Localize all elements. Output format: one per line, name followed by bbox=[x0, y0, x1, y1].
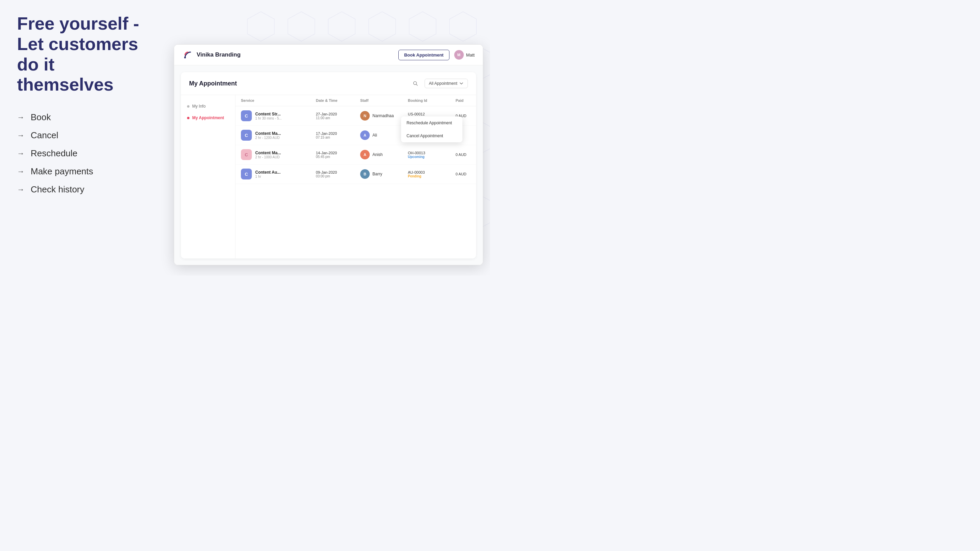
sidebar-item-my-appointment[interactable]: My Appointment bbox=[181, 112, 235, 124]
feature-label: Book bbox=[31, 112, 51, 122]
service-info-row2: Content Ma... 2 hr - 1200 AUD bbox=[255, 131, 281, 140]
reschedule-appointment-item[interactable]: Reschedule Appointment bbox=[401, 116, 462, 129]
service-name-row2: Content Ma... bbox=[255, 131, 281, 136]
staff-name-row3: Anish bbox=[372, 152, 383, 157]
feature-item-book: →Book bbox=[17, 112, 153, 122]
th-datetime: Date & Time bbox=[316, 98, 360, 103]
chevron-down-icon bbox=[459, 81, 463, 86]
feature-label: Reschedule bbox=[31, 148, 77, 159]
time-row3: 05:45 pm bbox=[316, 155, 360, 159]
feature-item-payments: →Make payments bbox=[17, 166, 153, 177]
sidebar-label-my-info: My Info bbox=[192, 104, 205, 109]
staff-name-row4: Barry bbox=[372, 171, 382, 176]
appointments-table: Service Date & Time Staff Booking Id Pai… bbox=[235, 95, 476, 259]
service-icon-row1: C bbox=[241, 110, 252, 121]
table-row: C Content Au... 1 hr 09-Jan-2020 03:00 p… bbox=[235, 165, 476, 184]
booking-status-row4: Pending bbox=[408, 175, 456, 178]
arrow-icon: → bbox=[17, 113, 24, 122]
top-nav: Vinika Branding Book Appointment M Matt bbox=[174, 44, 483, 65]
service-name-row4: Content Au... bbox=[255, 170, 280, 175]
date-main-row4: 09-Jan-2020 bbox=[316, 170, 360, 175]
staff-avatar-barry: B bbox=[360, 169, 370, 179]
service-cell-row2: C Content Ma... 2 hr - 1200 AUD bbox=[241, 130, 316, 141]
sidebar-dot-my-info bbox=[187, 105, 189, 108]
feature-label: Check history bbox=[31, 184, 84, 195]
service-name-row3: Content Ma... bbox=[255, 151, 281, 155]
card-header: My Appointment All Appointment bbox=[181, 72, 476, 95]
card-title: My Appointment bbox=[189, 80, 237, 87]
th-paid: Paid bbox=[456, 98, 476, 103]
user-avatar: M bbox=[454, 50, 464, 60]
feature-label: Cancel bbox=[31, 130, 58, 141]
service-cell-row1: C Content Str... 1 hr 30 mins - 5... bbox=[241, 110, 316, 121]
content-layout: My Info My Appointment Service Date & Ti… bbox=[181, 95, 476, 259]
staff-avatar-anish: A bbox=[360, 150, 370, 159]
arrow-icon: → bbox=[17, 167, 24, 176]
service-detail-row4: 1 hr bbox=[255, 175, 280, 178]
date-cell-row1: 27-Jan-2020 11:00 am bbox=[316, 112, 360, 120]
service-info-row4: Content Au... 1 hr bbox=[255, 170, 280, 178]
staff-name-row1: Narmadhaa bbox=[372, 113, 394, 118]
time-row1: 11:00 am bbox=[316, 116, 360, 120]
service-detail-row3: 2 hr - 1000 AUD bbox=[255, 155, 281, 159]
feature-item-cancel: →Cancel bbox=[17, 130, 153, 141]
th-booking-id: Booking Id bbox=[408, 98, 456, 103]
booking-id-row4: AU-00003 bbox=[408, 170, 456, 175]
sidebar-dot-my-appointment bbox=[187, 117, 189, 119]
service-detail-row1: 1 hr 30 mins - 5... bbox=[255, 116, 282, 120]
date-main-row3: 14-Jan-2020 bbox=[316, 151, 360, 155]
staff-avatar-narmadhaa: N bbox=[360, 111, 370, 121]
staff-avatar-ali: A bbox=[360, 130, 370, 140]
arrow-icon: → bbox=[17, 149, 24, 158]
arrow-icon: → bbox=[17, 185, 24, 194]
brand-name: Vinika Branding bbox=[197, 51, 240, 58]
service-cell-row3: C Content Ma... 2 hr - 1000 AUD bbox=[241, 149, 316, 160]
service-info-row3: Content Ma... 2 hr - 1000 AUD bbox=[255, 151, 281, 159]
date-main-row2: 17-Jan-2020 bbox=[316, 132, 360, 135]
service-icon-row3: C bbox=[241, 149, 252, 160]
context-menu: Reschedule Appointment Cancel Appointmen… bbox=[401, 116, 462, 142]
arrow-icon: → bbox=[17, 131, 24, 140]
feature-item-reschedule: →Reschedule bbox=[17, 148, 153, 159]
book-appointment-button[interactable]: Book Appointment bbox=[398, 50, 449, 60]
nav-actions: Book Appointment M Matt bbox=[398, 50, 475, 60]
main-card: My Appointment All Appointment bbox=[181, 72, 476, 259]
browser-mockup: Vinika Branding Book Appointment M Matt … bbox=[174, 44, 483, 265]
staff-cell-row1: N Narmadhaa bbox=[360, 111, 408, 121]
service-cell-row4: C Content Au... 1 hr bbox=[241, 168, 316, 179]
booking-id-row3: OH-00013 bbox=[408, 151, 456, 155]
user-name: Matt bbox=[466, 52, 475, 57]
table-header: Service Date & Time Staff Booking Id Pai… bbox=[235, 95, 476, 106]
staff-name-row2: Ali bbox=[372, 133, 377, 138]
inner-content: My Appointment All Appointment bbox=[174, 65, 483, 265]
left-panel: Free yourself - Let customers do it them… bbox=[0, 0, 170, 275]
feature-list: →Book→Cancel→Reschedule→Make payments→Ch… bbox=[17, 112, 153, 195]
booking-cell-row4: AU-00003 Pending bbox=[408, 170, 456, 178]
brand-logo-icon bbox=[182, 49, 193, 60]
staff-cell-row2: A Ali bbox=[360, 130, 408, 140]
paid-cell-row3: 0 AUD bbox=[456, 152, 476, 157]
time-row2: 07:15 am bbox=[316, 135, 360, 139]
brand: Vinika Branding bbox=[182, 49, 240, 60]
feature-label: Make payments bbox=[31, 166, 93, 177]
search-icon bbox=[413, 81, 418, 86]
time-row4: 03:00 pm bbox=[316, 175, 360, 178]
sidebar-label-my-appointment: My Appointment bbox=[192, 116, 224, 120]
svg-marker-3 bbox=[369, 11, 396, 41]
service-icon-row4: C bbox=[241, 168, 252, 179]
svg-marker-1 bbox=[288, 11, 315, 41]
filter-label: All Appointment bbox=[429, 81, 457, 86]
svg-marker-0 bbox=[247, 11, 274, 41]
sidebar: My Info My Appointment bbox=[181, 95, 235, 259]
header-actions: All Appointment bbox=[410, 78, 468, 89]
filter-dropdown[interactable]: All Appointment bbox=[425, 79, 468, 88]
search-button[interactable] bbox=[410, 78, 420, 89]
staff-cell-row4: B Barry bbox=[360, 169, 408, 179]
booking-id-row1: US-00012 bbox=[408, 112, 456, 116]
th-staff: Staff bbox=[360, 98, 408, 103]
service-icon-row2: C bbox=[241, 130, 252, 141]
sidebar-item-my-info[interactable]: My Info bbox=[181, 100, 235, 112]
service-detail-row2: 2 hr - 1200 AUD bbox=[255, 136, 281, 140]
service-name-row1: Content Str... bbox=[255, 112, 282, 116]
cancel-appointment-item[interactable]: Cancel Appointment bbox=[401, 129, 462, 142]
